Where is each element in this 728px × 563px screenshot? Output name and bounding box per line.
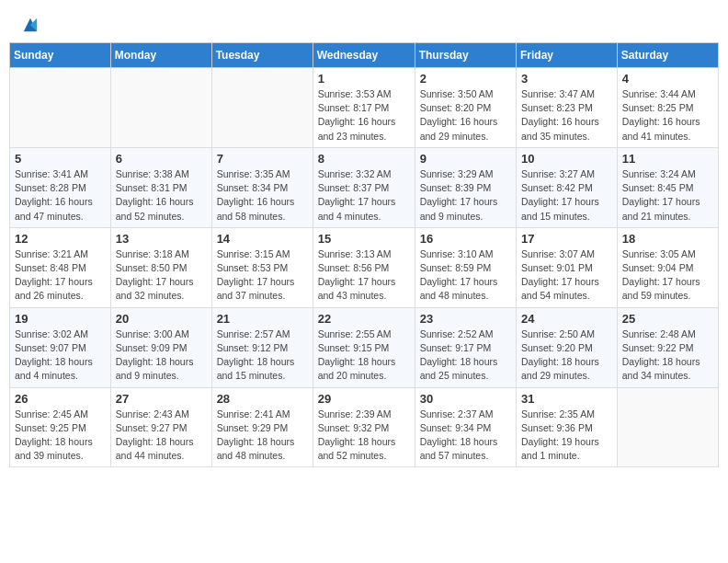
day-info: Sunrise: 2:39 AM Sunset: 9:32 PM Dayligh… [318, 408, 410, 464]
calendar-cell: 31Sunrise: 2:35 AM Sunset: 9:36 PM Dayli… [517, 387, 618, 467]
calendar-cell: 23Sunrise: 2:52 AM Sunset: 9:17 PM Dayli… [415, 307, 516, 387]
calendar-cell: 16Sunrise: 3:10 AM Sunset: 8:59 PM Dayli… [415, 227, 516, 307]
logo [20, 17, 39, 33]
day-header-wednesday: Wednesday [313, 43, 415, 68]
day-info: Sunrise: 3:24 AM Sunset: 8:45 PM Dayligh… [622, 167, 713, 224]
calendar-cell: 17Sunrise: 3:07 AM Sunset: 9:01 PM Dayli… [517, 227, 618, 307]
calendar-cell: 30Sunrise: 2:37 AM Sunset: 9:34 PM Dayli… [415, 387, 516, 467]
day-number: 24 [521, 312, 612, 326]
calendar-cell: 3Sunrise: 3:47 AM Sunset: 8:23 PM Daylig… [517, 68, 618, 148]
day-number: 7 [217, 152, 308, 166]
day-info: Sunrise: 3:15 AM Sunset: 8:53 PM Dayligh… [217, 247, 308, 304]
calendar-cell: 12Sunrise: 3:21 AM Sunset: 8:48 PM Dayli… [10, 227, 111, 307]
calendar-cell: 24Sunrise: 2:50 AM Sunset: 9:20 PM Dayli… [517, 307, 618, 387]
day-number: 20 [116, 312, 207, 326]
calendar-cell [110, 68, 211, 148]
calendar-cell: 14Sunrise: 3:15 AM Sunset: 8:53 PM Dayli… [211, 227, 313, 307]
day-info: Sunrise: 2:48 AM Sunset: 9:22 PM Dayligh… [622, 327, 713, 384]
calendar-cell: 21Sunrise: 2:57 AM Sunset: 9:12 PM Dayli… [211, 307, 313, 387]
day-info: Sunrise: 3:35 AM Sunset: 8:34 PM Dayligh… [217, 167, 308, 224]
day-number: 9 [420, 152, 511, 166]
day-info: Sunrise: 2:52 AM Sunset: 9:17 PM Dayligh… [420, 327, 511, 384]
calendar-cell: 27Sunrise: 2:43 AM Sunset: 9:27 PM Dayli… [110, 387, 211, 467]
calendar-cell: 15Sunrise: 3:13 AM Sunset: 8:56 PM Dayli… [313, 227, 415, 307]
day-number: 31 [521, 392, 612, 406]
calendar-cell [211, 68, 313, 148]
calendar-cell: 22Sunrise: 2:55 AM Sunset: 9:15 PM Dayli… [313, 307, 415, 387]
day-number: 17 [521, 232, 612, 246]
day-number: 11 [622, 152, 713, 166]
calendar-cell: 13Sunrise: 3:18 AM Sunset: 8:50 PM Dayli… [110, 227, 211, 307]
day-number: 16 [420, 232, 511, 246]
calendar-cell: 6Sunrise: 3:38 AM Sunset: 8:31 PM Daylig… [110, 147, 211, 227]
calendar-cell: 7Sunrise: 3:35 AM Sunset: 8:34 PM Daylig… [211, 147, 313, 227]
page-header [9, 9, 719, 42]
day-info: Sunrise: 2:45 AM Sunset: 9:25 PM Dayligh… [15, 408, 106, 464]
day-info: Sunrise: 3:27 AM Sunset: 8:42 PM Dayligh… [521, 167, 612, 224]
day-info: Sunrise: 2:37 AM Sunset: 9:34 PM Dayligh… [420, 408, 511, 464]
day-number: 30 [420, 392, 511, 406]
day-header-monday: Monday [110, 43, 211, 68]
calendar-cell: 11Sunrise: 3:24 AM Sunset: 8:45 PM Dayli… [617, 147, 718, 227]
day-number: 2 [420, 72, 511, 86]
day-number: 22 [318, 312, 410, 326]
day-info: Sunrise: 3:38 AM Sunset: 8:31 PM Dayligh… [116, 167, 207, 224]
day-info: Sunrise: 2:50 AM Sunset: 9:20 PM Dayligh… [521, 327, 612, 384]
calendar-cell: 19Sunrise: 3:02 AM Sunset: 9:07 PM Dayli… [10, 307, 111, 387]
calendar-cell: 1Sunrise: 3:53 AM Sunset: 8:17 PM Daylig… [313, 68, 415, 148]
calendar-cell: 8Sunrise: 3:32 AM Sunset: 8:37 PM Daylig… [313, 147, 415, 227]
day-info: Sunrise: 3:29 AM Sunset: 8:39 PM Dayligh… [420, 167, 511, 224]
day-info: Sunrise: 3:32 AM Sunset: 8:37 PM Dayligh… [318, 167, 410, 224]
day-number: 10 [521, 152, 612, 166]
calendar-cell: 2Sunrise: 3:50 AM Sunset: 8:20 PM Daylig… [415, 68, 516, 148]
calendar-cell: 10Sunrise: 3:27 AM Sunset: 8:42 PM Dayli… [517, 147, 618, 227]
calendar-table: SundayMondayTuesdayWednesdayThursdayFrid… [9, 42, 719, 467]
day-info: Sunrise: 3:00 AM Sunset: 9:09 PM Dayligh… [116, 327, 207, 384]
day-number: 4 [622, 72, 713, 86]
day-header-friday: Friday [517, 43, 618, 68]
calendar-cell [617, 387, 718, 467]
day-info: Sunrise: 2:43 AM Sunset: 9:27 PM Dayligh… [116, 408, 207, 464]
day-number: 8 [318, 152, 410, 166]
day-number: 6 [116, 152, 207, 166]
calendar-cell: 25Sunrise: 2:48 AM Sunset: 9:22 PM Dayli… [617, 307, 718, 387]
day-info: Sunrise: 3:10 AM Sunset: 8:59 PM Dayligh… [420, 247, 511, 304]
day-info: Sunrise: 3:07 AM Sunset: 9:01 PM Dayligh… [521, 247, 612, 304]
day-number: 12 [15, 232, 106, 246]
day-info: Sunrise: 3:21 AM Sunset: 8:48 PM Dayligh… [15, 247, 106, 304]
day-number: 29 [318, 392, 410, 406]
day-number: 21 [217, 312, 308, 326]
calendar-cell: 29Sunrise: 2:39 AM Sunset: 9:32 PM Dayli… [313, 387, 415, 467]
day-info: Sunrise: 3:13 AM Sunset: 8:56 PM Dayligh… [318, 247, 410, 304]
day-info: Sunrise: 3:44 AM Sunset: 8:25 PM Dayligh… [622, 87, 713, 144]
day-header-sunday: Sunday [10, 43, 111, 68]
day-number: 15 [318, 232, 410, 246]
day-number: 13 [116, 232, 207, 246]
day-number: 23 [420, 312, 511, 326]
calendar-cell: 4Sunrise: 3:44 AM Sunset: 8:25 PM Daylig… [617, 68, 718, 148]
calendar-cell: 20Sunrise: 3:00 AM Sunset: 9:09 PM Dayli… [110, 307, 211, 387]
day-info: Sunrise: 3:47 AM Sunset: 8:23 PM Dayligh… [521, 87, 612, 144]
day-number: 26 [15, 392, 106, 406]
day-info: Sunrise: 2:35 AM Sunset: 9:36 PM Dayligh… [521, 408, 612, 464]
calendar-cell: 9Sunrise: 3:29 AM Sunset: 8:39 PM Daylig… [415, 147, 516, 227]
calendar-cell: 28Sunrise: 2:41 AM Sunset: 9:29 PM Dayli… [211, 387, 313, 467]
day-info: Sunrise: 3:50 AM Sunset: 8:20 PM Dayligh… [420, 87, 511, 144]
day-info: Sunrise: 2:55 AM Sunset: 9:15 PM Dayligh… [318, 327, 410, 384]
day-info: Sunrise: 2:41 AM Sunset: 9:29 PM Dayligh… [217, 408, 308, 464]
day-number: 3 [521, 72, 612, 86]
day-info: Sunrise: 3:05 AM Sunset: 9:04 PM Dayligh… [622, 247, 713, 304]
calendar-cell: 26Sunrise: 2:45 AM Sunset: 9:25 PM Dayli… [10, 387, 111, 467]
day-number: 1 [318, 72, 410, 86]
day-header-tuesday: Tuesday [211, 43, 313, 68]
day-info: Sunrise: 3:02 AM Sunset: 9:07 PM Dayligh… [15, 327, 106, 384]
day-number: 14 [217, 232, 308, 246]
logo-icon [22, 17, 39, 33]
day-number: 27 [116, 392, 207, 406]
day-number: 18 [622, 232, 713, 246]
calendar-cell: 5Sunrise: 3:41 AM Sunset: 8:28 PM Daylig… [10, 147, 111, 227]
day-info: Sunrise: 2:57 AM Sunset: 9:12 PM Dayligh… [217, 327, 308, 384]
calendar-cell: 18Sunrise: 3:05 AM Sunset: 9:04 PM Dayli… [617, 227, 718, 307]
day-number: 5 [15, 152, 106, 166]
day-header-thursday: Thursday [415, 43, 516, 68]
